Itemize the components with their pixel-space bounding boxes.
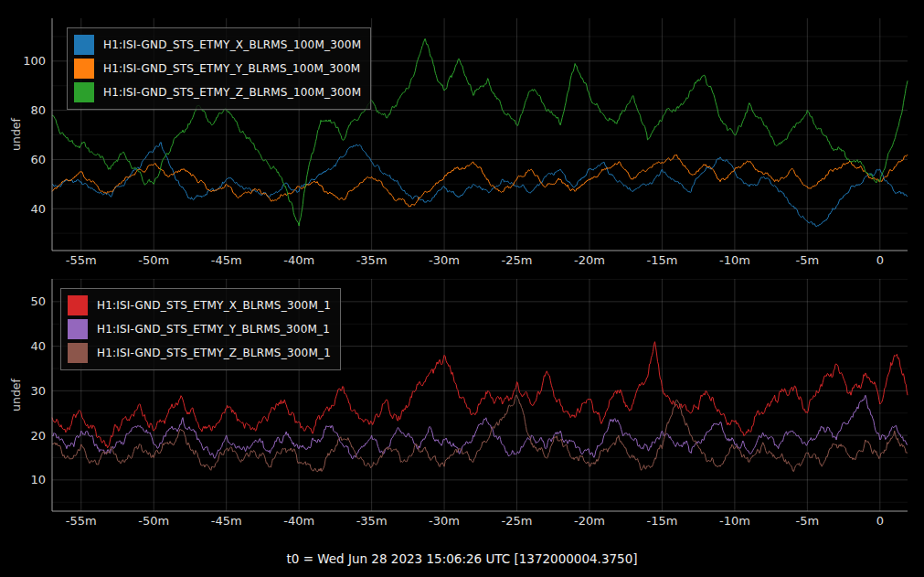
x-tick-label: -30m bbox=[429, 253, 460, 267]
ndscope-window: 406080100-55m-50m-45m-40m-35m-30m-25m-20… bbox=[0, 0, 924, 577]
x-tick-label: -45m bbox=[211, 253, 242, 267]
y-tick-label: 20 bbox=[30, 429, 46, 443]
legend-item: H1:ISI-GND_STS_ETMY_X_BLRMS_100M_300M bbox=[74, 33, 361, 57]
x-tick-label: -45m bbox=[211, 514, 242, 528]
legend-label: H1:ISI-GND_STS_ETMY_X_BLRMS_300M_1 bbox=[97, 299, 331, 312]
legend-top[interactable]: H1:ISI-GND_STS_ETMY_X_BLRMS_100M_300MH1:… bbox=[67, 27, 371, 110]
x-tick-label: -20m bbox=[574, 253, 605, 267]
y-axis-title: undef bbox=[9, 117, 23, 150]
x-tick-label: -25m bbox=[502, 514, 533, 528]
legend-label: H1:ISI-GND_STS_ETMY_Z_BLRMS_100M_300M bbox=[103, 86, 361, 99]
y-tick-label: 80 bbox=[30, 103, 46, 117]
x-tick-label: -35m bbox=[356, 253, 388, 267]
x-tick-label: -5m bbox=[796, 253, 820, 267]
x-tick-label: -25m bbox=[502, 253, 533, 267]
y-tick-label: 10 bbox=[30, 473, 46, 486]
x-tick-label: -5m bbox=[796, 514, 820, 528]
x-tick-label: -15m bbox=[646, 253, 677, 267]
x-tick-label: -35m bbox=[356, 514, 388, 528]
legend-label: H1:ISI-GND_STS_ETMY_Y_BLRMS_300M_1 bbox=[97, 323, 330, 336]
legend-item: H1:ISI-GND_STS_ETMY_Z_BLRMS_100M_300M bbox=[74, 80, 361, 104]
legend-swatch-icon bbox=[74, 59, 94, 79]
x-tick-label: -50m bbox=[138, 514, 169, 528]
y-tick-label: 30 bbox=[30, 384, 46, 398]
x-tick-label: -40m bbox=[283, 253, 314, 267]
x-tick-label: 0 bbox=[876, 514, 884, 528]
legend-label: H1:ISI-GND_STS_ETMY_Y_BLRMS_100M_300M bbox=[103, 62, 360, 75]
y-tick-label: 100 bbox=[23, 54, 46, 68]
legend-swatch-icon bbox=[74, 35, 94, 55]
legend-item: H1:ISI-GND_STS_ETMY_Y_BLRMS_300M_1 bbox=[68, 317, 331, 341]
y-tick-label: 40 bbox=[30, 202, 46, 216]
y-tick-label: 40 bbox=[30, 339, 46, 353]
y-tick-label: 60 bbox=[30, 153, 46, 166]
legend-swatch-icon bbox=[74, 82, 94, 102]
legend-label: H1:ISI-GND_STS_ETMY_Z_BLRMS_300M_1 bbox=[97, 347, 331, 359]
x-tick-label: 0 bbox=[876, 253, 884, 267]
legend-item: H1:ISI-GND_STS_ETMY_Y_BLRMS_100M_300M bbox=[74, 57, 361, 80]
x-tick-label: -30m bbox=[429, 514, 460, 528]
x-tick-label: -10m bbox=[719, 253, 750, 267]
x-tick-label: -50m bbox=[138, 253, 169, 267]
legend-bottom[interactable]: H1:ISI-GND_STS_ETMY_X_BLRMS_300M_1H1:ISI… bbox=[60, 288, 341, 370]
x-tick-label: -55m bbox=[66, 514, 97, 528]
legend-swatch-icon bbox=[68, 343, 88, 363]
x-tick-label: -20m bbox=[574, 514, 605, 528]
y-axis-title: undef bbox=[9, 378, 23, 411]
x-tick-label: -15m bbox=[646, 514, 677, 528]
x-tick-label: -10m bbox=[719, 514, 750, 528]
legend-item: H1:ISI-GND_STS_ETMY_X_BLRMS_300M_1 bbox=[68, 294, 331, 317]
legend-label: H1:ISI-GND_STS_ETMY_X_BLRMS_100M_300M bbox=[103, 38, 361, 51]
y-tick-label: 50 bbox=[30, 294, 46, 308]
x-tick-label: -40m bbox=[283, 514, 314, 528]
t0-label: t0 = Wed Jun 28 2023 15:06:26 UTC [13720… bbox=[0, 550, 924, 568]
x-tick-label: -55m bbox=[66, 253, 97, 267]
legend-swatch-icon bbox=[68, 319, 88, 339]
legend-swatch-icon bbox=[68, 295, 88, 315]
legend-item: H1:ISI-GND_STS_ETMY_Z_BLRMS_300M_1 bbox=[68, 341, 331, 365]
